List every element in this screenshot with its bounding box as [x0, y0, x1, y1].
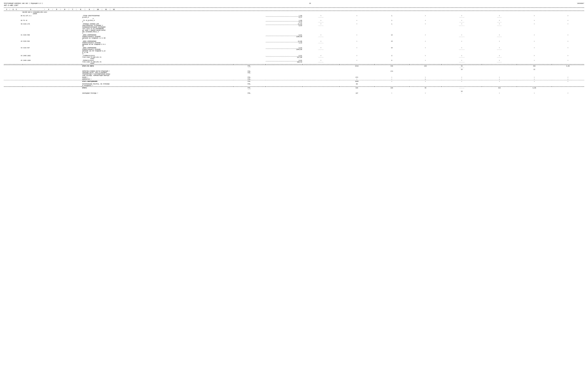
itogo-row2: 16: [4, 90, 584, 92]
table-row: 45 2405-1698 -ПОЛКИ=К1163У3 ТУ36-1496-75…: [4, 60, 584, 64]
table-row: 40 С152-179 -ПРОВОДА СИЛОВЫЕ ДЛЯ ЭЛЕКТРИ…: [4, 23, 584, 34]
itogo-smete-row: ИТОГО ПО СМЕТЕ РУБ.---- 8416 546 226 48-…: [4, 65, 584, 69]
table-row: 41 С152-560 -ШИНЫ АЛЮМИНИЕВЫЕ ПРЯМОУГОЛЬ…: [4, 34, 584, 40]
col-h-11: 9: [85, 9, 93, 10]
col-h-7: 5: [53, 9, 60, 10]
program-title: ПРОГРАММНЫЙ КОМПЛЕКС АВС-ЗЕС ( РЕДАКЦИЯ …: [4, 3, 43, 4]
col-h-12: 10: [94, 9, 101, 10]
header-right: 10948067: [577, 3, 584, 4]
header-top: ПРОГРАММНЫЙ КОМПЛЕКС АВС-ЗЕС ( РЕДАКЦИЯ …: [4, 3, 584, 4]
main-divider-top: [4, 7, 584, 8]
col-h-2: :: [8, 9, 11, 10]
table-row: 43 С152-567 -ШИНЫ АЛЮМИНИЕВЫЕ ПРЯМОУГОЛЬ…: [4, 47, 584, 55]
col-h-8: 6: [61, 9, 68, 10]
col-header-row: i : 2 1 3 : 4 : 5 : 6 : 7 : 8 : 9 : 10 :…: [4, 8, 584, 11]
col-h-10: 8: [77, 9, 84, 10]
col-h-4: 1: [15, 9, 18, 10]
itogo-row: ИТОГО: РУБ.---- 635 226 48 -------- 423 …: [4, 87, 584, 90]
col-h-6: 4: [45, 9, 52, 10]
col-h-14: 12: [111, 9, 117, 10]
nakladnye-row: НАКЛАДНЫЕ РАСХОДЫ = РУБ. 197 • • - • • •: [4, 92, 584, 94]
table-row: 38 01-13Т.3.1 -ТРУБЫ ЭЛЕКТРОСВАРНЫЕД=18Х…: [4, 15, 584, 20]
shefmontazh-row: ШЕФМОНТАЖ = РУБ. • • с • • • •: [4, 78, 584, 80]
col-h-5: 3: [18, 9, 44, 10]
table-row: 39 ТО ×Е -ТО ×Е,Д=25Х1,6 М 1,00 0,26 •--…: [4, 20, 584, 23]
itogo-smete-row2: 16 21: [4, 68, 584, 70]
itogo-oborud-row: ИТОГО ОБОРУДОВАНИЯ: РУБ. 9090 • • • • • …: [4, 81, 584, 82]
items-table: 38 01-13Т.3.1 -ТРУБЫ ЭЛЕКТРОСВАРНЫЕД=18Х…: [4, 15, 584, 94]
normativ-row: НОРМАТИВ.УСЛОВНО-ЧИСТАЯ ПРОДУКЦИЯ = ЗАПА…: [4, 70, 584, 76]
vanya-row: ВАНИЯ = РУБ. 674 • • • • • •: [4, 76, 584, 78]
table-row: 42 С152-564 -ШИНЫ АЛЮМИНИЕВЫЕ ПРЯМОУГОЛЬ…: [4, 40, 584, 47]
col-h-1: i: [4, 9, 8, 10]
material-res-row: МАТЕРИАЛЬНЫЕ РЕСУРСЫ, НЕ УЧТЕННЫЕ В РАСЦ…: [4, 83, 584, 87]
col-h-9: 7: [69, 9, 76, 10]
note-header-text: ЧИСЛОМ ЖИЛ И СЕЧЕНИЕМ,ММ2:10Х4 1000М: [22, 11, 52, 15]
header-left: ПРОГРАММНЫЙ КОМПЛЕКС АВС-ЗЕС ( РЕДАКЦИЯ …: [4, 3, 43, 4]
subtitle: 407-3-4ВС.1387: [4, 4, 584, 6]
col-h-13: 11: [103, 9, 109, 10]
note-header-row: ЧИСЛОМ ЖИЛ И СЕЧЕНИЕМ,ММ2:10Х4 1000М: [4, 11, 584, 15]
header-center: 29: [309, 3, 311, 4]
col-h-3: 2: [12, 9, 14, 10]
table-row: 44 2405-1862 -СТОЙКИ=К1151У3 ТУ36-1496-7…: [4, 55, 584, 60]
